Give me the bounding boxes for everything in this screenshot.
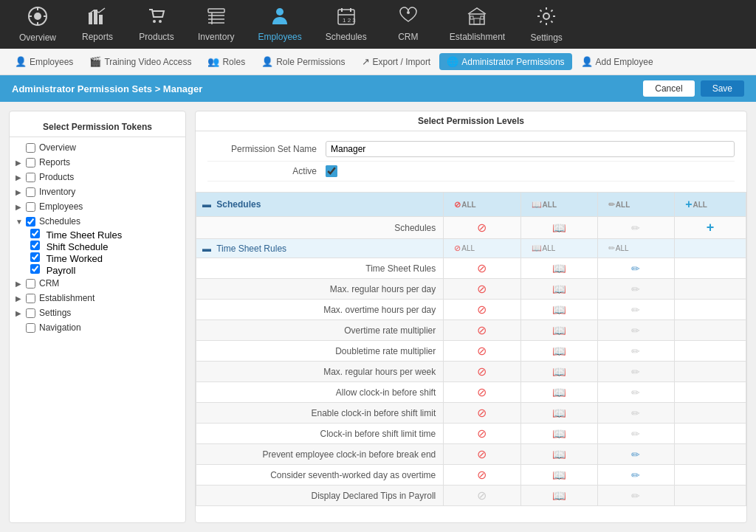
tree-payroll[interactable]: Payroll (10, 264, 185, 276)
nav-employees[interactable]: Employees (246, 0, 313, 49)
add-all-icon[interactable]: + (685, 198, 692, 211)
ts-edit-all-icon[interactable]: ✏ (608, 243, 615, 253)
schedules-edit-all-cell: ✏ ALL (597, 193, 674, 217)
nav-products[interactable]: Products (127, 0, 186, 49)
timesheet-rules-label: Time Sheet Rules (46, 229, 122, 241)
subnav-roleperm-label: Role Permissions (276, 57, 345, 67)
subnav-add-employee[interactable]: 👤 Add Employee (574, 53, 661, 70)
time-worked-checkbox[interactable] (30, 252, 40, 262)
schedules-read[interactable]: 📖 (520, 217, 597, 239)
active-checkbox[interactable] (326, 165, 337, 177)
subnav-employees[interactable]: 👤 Employees (7, 53, 80, 70)
subnav-roles-label: Roles (222, 57, 245, 67)
tree-reports[interactable]: ▶ Reports (10, 155, 185, 170)
overview-checkbox[interactable] (26, 143, 35, 153)
timesheet-collapse-icon[interactable]: ▬ (202, 243, 211, 254)
read-all-icon[interactable]: 📖 (532, 200, 542, 210)
reports-icon (87, 7, 108, 29)
svg-rect-24 (474, 18, 480, 24)
cancel-button[interactable]: Cancel (643, 80, 694, 97)
navigation-checkbox[interactable] (26, 323, 35, 333)
timesheet-rules-checkbox[interactable] (30, 229, 40, 238)
establishment-checkbox[interactable] (26, 294, 35, 303)
settings-checkbox[interactable] (26, 308, 35, 318)
ts-deny-all-icon[interactable]: ⊘ (454, 243, 461, 253)
svg-point-9 (153, 20, 156, 23)
inventory-checkbox[interactable] (26, 187, 35, 197)
tree-establishment[interactable]: ▶ Establishment (10, 291, 185, 305)
subnav-export-import[interactable]: ↗ Export / Import (354, 53, 439, 70)
crm-expander: ▶ (16, 280, 26, 288)
svg-rect-26 (481, 16, 484, 19)
ts-read-all-icon[interactable]: 📖 (532, 243, 542, 253)
subnav-roleperm-icon: 👤 (261, 56, 273, 67)
tree-settings[interactable]: ▶ Settings (10, 305, 185, 320)
active-label: Active (207, 166, 326, 176)
payroll-checkbox[interactable] (30, 264, 40, 274)
schedules-row-label: Schedules (196, 217, 444, 239)
subnav-export-label: Export / Import (373, 57, 431, 67)
tree-employees[interactable]: ▶ Employees (10, 199, 185, 214)
permission-set-name-label: Permission Set Name (207, 144, 326, 154)
subnav-admin-permissions[interactable]: 🌐 Administrator Permissions (439, 53, 571, 70)
sub-navigation: 👤 Employees 🎬 Training Video Access 👥 Ro… (0, 49, 756, 75)
tree-time-worked[interactable]: Time Worked (10, 252, 185, 264)
inventory-icon (206, 7, 227, 29)
tree-products[interactable]: ▶ Products (10, 170, 185, 184)
schedules-add-all-cell: + ALL (675, 193, 746, 217)
establishment-expander: ▶ (16, 294, 26, 303)
subnav-role-permissions[interactable]: 👤 Role Permissions (254, 53, 352, 70)
subnav-roles[interactable]: 👥 Roles (200, 53, 252, 70)
edit-all-icon[interactable]: ✏ (608, 200, 615, 210)
products-icon (146, 7, 167, 29)
tree-navigation[interactable]: Navigation (10, 320, 185, 335)
nav-crm[interactable]: CRM (379, 0, 438, 49)
schedules-collapse-icon[interactable]: ▬ (202, 199, 211, 210)
time-worked-label: Time Worked (46, 253, 103, 264)
breadcrumb: Administrator Permission Sets > Manager (12, 83, 202, 94)
active-row: Active (207, 162, 735, 182)
nav-establishment[interactable]: Establishment (438, 0, 517, 49)
timesheet-read-all-cell: 📖 ALL (520, 239, 597, 258)
left-panel-title: Select Permission Tokens (10, 117, 185, 137)
nav-schedules-label: Schedules (326, 32, 367, 42)
nav-settings-label: Settings (530, 32, 562, 43)
deny-all-icon[interactable]: ⊘ (454, 200, 461, 210)
schedules-deny[interactable]: ⊘ (444, 217, 520, 239)
nav-overview[interactable]: Overview (7, 0, 68, 49)
schedules-add[interactable]: + (675, 217, 746, 239)
add-icon: + (707, 220, 715, 235)
employees-checkbox[interactable] (26, 202, 35, 212)
tree-timesheet-rules[interactable]: Time Sheet Rules (10, 229, 185, 241)
reports-checkbox[interactable] (26, 158, 35, 167)
nav-inventory[interactable]: Inventory (186, 0, 246, 49)
shift-schedule-checkbox[interactable] (30, 241, 40, 250)
left-panel: Select Permission Tokens Overview ▶ Repo… (9, 111, 186, 523)
crm-checkbox[interactable] (26, 279, 35, 289)
svg-rect-8 (99, 15, 103, 24)
products-checkbox[interactable] (26, 173, 35, 182)
row-clockin-limit-time: Clock-in before shift limit time ⊘ 📖 ✏ (196, 424, 746, 444)
nav-reports[interactable]: Reports (68, 0, 127, 49)
tree-overview[interactable]: Overview (10, 140, 185, 155)
settings-expander: ▶ (16, 309, 26, 317)
nav-schedules[interactable]: 1 2 3 Schedules (314, 0, 379, 49)
svg-point-16 (276, 8, 284, 15)
nav-settings[interactable]: Settings (517, 0, 576, 49)
overview-label: Overview (39, 142, 179, 153)
schedules-edit[interactable]: ✏ (597, 217, 674, 239)
subnav-export-icon: ↗ (362, 56, 370, 67)
overview-icon (27, 6, 48, 30)
tree-schedules[interactable]: ▼ Schedules (10, 214, 185, 229)
save-button[interactable]: Save (701, 80, 744, 97)
schedules-checkbox[interactable] (26, 217, 35, 227)
permission-set-name-input[interactable] (326, 141, 735, 157)
top-navigation: Overview Reports Products (0, 0, 756, 49)
tree-shift-schedule[interactable]: Shift Schedule (10, 241, 185, 252)
tree-inventory[interactable]: ▶ Inventory (10, 184, 185, 199)
main-content: Select Permission Tokens Overview ▶ Repo… (0, 102, 756, 532)
inventory-expander: ▶ (16, 188, 26, 196)
products-label: Products (39, 172, 179, 182)
subnav-training-video[interactable]: 🎬 Training Video Access (82, 53, 199, 70)
tree-crm[interactable]: ▶ CRM (10, 276, 185, 291)
